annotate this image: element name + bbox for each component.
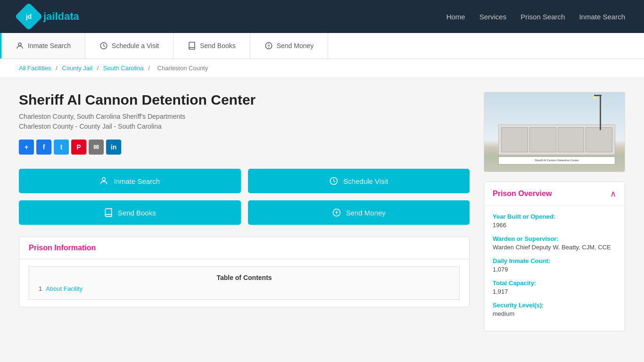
- logo-area: jd jaildata: [19, 7, 79, 26]
- facility-image-inner: Sheriff Al Cannon Detention Center: [484, 92, 625, 172]
- send-books-button[interactable]: Send Books: [19, 200, 241, 225]
- nav-services-link[interactable]: Services: [479, 13, 507, 21]
- overview-body: Year Built or Opened: 1966 Warden or Sup…: [484, 206, 625, 331]
- logo-data-text: data: [58, 10, 79, 22]
- pinterest-icon[interactable]: P: [71, 140, 86, 155]
- action-buttons-grid: Inmate Search Schedule Visit Send Books …: [19, 169, 470, 225]
- sub-nav-inmate-search-label: Inmate Search: [28, 42, 71, 49]
- sub-nav-send-money-label: Send Money: [277, 42, 314, 49]
- share-icon[interactable]: +: [19, 140, 34, 155]
- sub-nav-send-money[interactable]: Send Money: [250, 33, 329, 58]
- facility-description: Charleston County - County Jail - South …: [19, 123, 470, 130]
- inmate-search-button[interactable]: Inmate Search: [19, 169, 241, 193]
- logo-jail-text: jail: [43, 10, 58, 22]
- overview-title: Prison Overview: [493, 189, 552, 198]
- nav-home-link[interactable]: Home: [446, 13, 465, 21]
- breadcrumb-sep-1: /: [56, 65, 58, 72]
- facility-subtitle: Charleston County, South Carolina Sherif…: [19, 113, 470, 120]
- send-money-button[interactable]: Send Money: [248, 200, 470, 225]
- sub-nav-schedule-visit[interactable]: Schedule a Visit: [85, 33, 173, 58]
- warden-value: Warden Chief Deputy W. Beatty, CJM, CCE: [493, 244, 616, 251]
- svg-point-3: [102, 178, 106, 181]
- building-sign: Sheriff Al Cannon Detention Center: [498, 156, 615, 165]
- logo-diamond-icon: jd: [15, 2, 42, 30]
- daily-count-value: 1,079: [493, 266, 616, 273]
- chevron-up-icon[interactable]: ∧: [610, 189, 616, 199]
- svg-point-0: [18, 43, 21, 46]
- book-send-icon: [104, 208, 113, 217]
- top-navigation: jd jaildata Home Services Prison Search …: [0, 0, 644, 33]
- overview-header: Prison Overview ∧: [484, 182, 625, 206]
- breadcrumb-all-facilities[interactable]: All Facilities: [19, 65, 51, 72]
- sub-nav-send-books-label: Send Books: [200, 42, 236, 49]
- nav-prison-search-link[interactable]: Prison Search: [520, 13, 565, 21]
- breadcrumb-charleston-county: Charleston County: [157, 65, 208, 72]
- sub-navigation: Inmate Search Schedule a Visit Send Book…: [0, 33, 644, 59]
- sub-nav-inmate-search[interactable]: Inmate Search: [0, 33, 85, 58]
- nav-home[interactable]: Home: [446, 13, 465, 21]
- breadcrumb-south-carolina[interactable]: South Carolina: [103, 65, 144, 72]
- breadcrumb-county-jail[interactable]: County Jail: [62, 65, 92, 72]
- year-built-value: 1966: [493, 222, 616, 229]
- nav-inmate-search-link[interactable]: Inmate Search: [579, 13, 625, 21]
- toc-num-1: 1: [39, 285, 42, 292]
- linkedin-icon[interactable]: in: [106, 140, 121, 155]
- clock-icon: [99, 41, 108, 50]
- security-level-label: Security Level(s):: [493, 302, 616, 309]
- table-of-contents-box: Table of Contents 1 About Facility: [29, 266, 460, 300]
- nav-inmate-search[interactable]: Inmate Search: [579, 13, 625, 21]
- prison-overview-box: Prison Overview ∧ Year Built or Opened: …: [484, 181, 625, 331]
- person-icon: [16, 41, 24, 50]
- book-icon: [188, 41, 196, 50]
- left-column: Sheriff Al Cannon Detention Center Charl…: [19, 92, 470, 331]
- nav-links-list: Home Services Prison Search Inmate Searc…: [446, 13, 625, 21]
- logo-jd-text: jd: [26, 13, 32, 20]
- twitter-icon[interactable]: t: [54, 140, 69, 155]
- year-built-label: Year Built or Opened:: [493, 213, 616, 220]
- send-money-btn-label: Send Money: [346, 209, 386, 217]
- overview-total-capacity: Total Capacity: 1,917: [493, 280, 616, 295]
- right-column: Sheriff Al Cannon Detention Center Priso…: [484, 92, 625, 331]
- breadcrumb-sep-3: /: [148, 65, 150, 72]
- sub-nav-send-books[interactable]: Send Books: [173, 33, 250, 58]
- facility-title: Sheriff Al Cannon Detention Center: [19, 92, 470, 108]
- overview-warden: Warden or Supervisor: Warden Chief Deput…: [493, 235, 616, 251]
- logo-wordmark: jaildata: [43, 10, 79, 23]
- warden-label: Warden or Supervisor:: [493, 235, 616, 242]
- total-capacity-value: 1,917: [493, 288, 616, 295]
- breadcrumb: All Facilities / County Jail / South Car…: [0, 59, 644, 78]
- email-icon[interactable]: ✉: [89, 140, 104, 155]
- overview-security-level: Security Level(s): medium: [493, 302, 616, 317]
- schedule-visit-btn-label: Schedule Visit: [343, 177, 388, 185]
- overview-year-built: Year Built or Opened: 1966: [493, 213, 616, 229]
- prison-info-header: Prison Information: [19, 237, 469, 259]
- nav-prison-search[interactable]: Prison Search: [520, 13, 565, 21]
- facebook-icon[interactable]: f: [36, 140, 51, 155]
- toc-about-link[interactable]: About Facility: [46, 285, 83, 292]
- schedule-visit-button[interactable]: Schedule Visit: [248, 169, 470, 193]
- social-icons-row: + f t P ✉ in: [19, 140, 470, 155]
- money-send-icon: [332, 208, 341, 217]
- security-level-value: medium: [493, 310, 616, 317]
- money-icon: [264, 41, 273, 50]
- overview-daily-count: Daily Inmate Count: 1,079: [493, 257, 616, 273]
- prison-info-title: Prison Information: [29, 244, 96, 252]
- main-content: Sheriff Al Cannon Detention Center Charl…: [0, 78, 644, 346]
- breadcrumb-sep-2: /: [97, 65, 99, 72]
- daily-count-label: Daily Inmate Count:: [493, 257, 616, 264]
- clock-visit-icon: [329, 176, 339, 186]
- total-capacity-label: Total Capacity:: [493, 280, 616, 287]
- sub-nav-schedule-label: Schedule a Visit: [112, 42, 159, 49]
- facility-image: Sheriff Al Cannon Detention Center: [484, 92, 625, 172]
- prison-info-box: Prison Information Table of Contents 1 A…: [19, 237, 470, 307]
- send-books-btn-label: Send Books: [118, 209, 156, 217]
- inmate-search-btn-label: Inmate Search: [114, 177, 160, 185]
- person-search-icon: [99, 176, 109, 186]
- nav-services[interactable]: Services: [479, 13, 507, 21]
- toc-title: Table of Contents: [39, 274, 450, 281]
- toc-item-about: 1 About Facility: [39, 285, 450, 292]
